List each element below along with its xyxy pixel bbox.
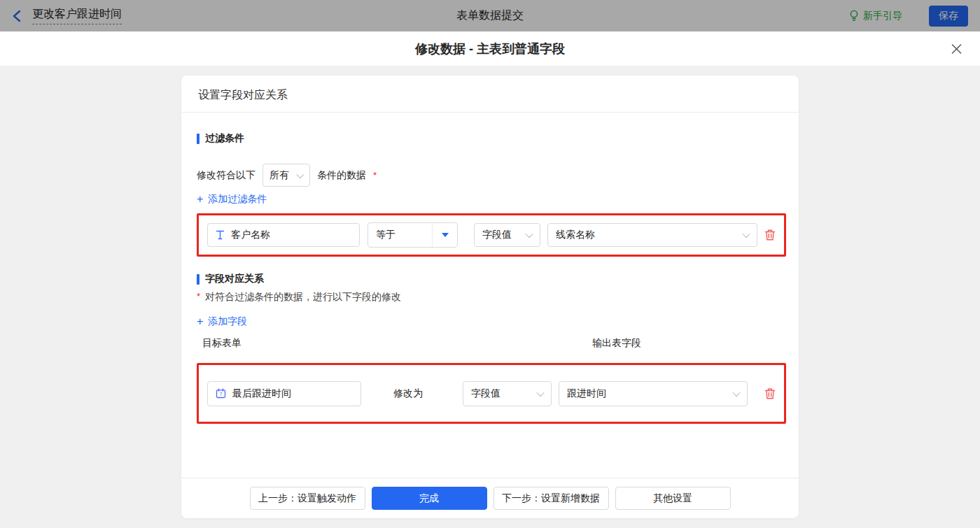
match-mode-value: 所有	[270, 169, 289, 182]
value-type-select[interactable]: 字段值	[474, 223, 540, 247]
prev-step-button[interactable]: 上一步：设置触发动作	[250, 487, 365, 510]
lightbulb-icon	[849, 10, 859, 22]
text-field-icon	[216, 230, 225, 240]
required-mark: *	[197, 291, 200, 301]
plus-icon: +	[197, 194, 203, 205]
trash-icon	[764, 387, 776, 400]
mapping-section-label: 字段对应关系	[205, 273, 264, 285]
dialog-title: 修改数据 - 主表到普通字段	[415, 41, 565, 57]
dialog-header: 修改数据 - 主表到普通字段	[0, 31, 980, 66]
add-filter-condition-link[interactable]: + 添加过滤条件	[197, 193, 267, 206]
chevron-down-icon	[742, 230, 750, 238]
target-field-input[interactable]: 7 最后跟进时间	[207, 381, 361, 406]
match-prefix-label: 修改符合以下	[197, 169, 255, 182]
mapping-description: 对符合过滤条件的数据，进行以下字段的修改	[205, 291, 401, 304]
back-button[interactable]	[12, 10, 22, 22]
filter-section-label: 过滤条件	[205, 132, 244, 145]
delete-filter-row-button[interactable]	[764, 229, 776, 241]
filter-section-title: 过滤条件	[197, 132, 786, 145]
add-field-link[interactable]: + 添加字段	[197, 315, 247, 328]
filter-field-input[interactable]: 客户名称	[207, 223, 360, 247]
save-button[interactable]: 保存	[929, 6, 968, 27]
section-bar	[197, 274, 200, 285]
match-suffix-label: 条件的数据	[317, 169, 366, 182]
chevron-down-icon	[296, 170, 304, 178]
guide-label: 新手引导	[863, 10, 902, 22]
card-footer: 上一步：设置触发动作 完成 下一步：设置新增数据 其他设置	[181, 478, 799, 518]
close-button[interactable]	[951, 43, 962, 54]
modify-to-label: 修改为	[393, 387, 423, 400]
target-form-column-label: 目标表单	[202, 337, 241, 350]
calendar-icon: 7	[216, 388, 226, 399]
filter-value: 线索名称	[556, 229, 595, 241]
other-settings-button[interactable]: 其他设置	[615, 487, 731, 510]
filter-row-highlight-box: 客户名称 等于 字段值 线索名称	[197, 213, 786, 257]
trash-icon	[764, 229, 776, 241]
page-title: 表单数据提交	[0, 8, 980, 23]
card-header-divider	[181, 112, 799, 113]
filter-value-select[interactable]: 线索名称	[547, 223, 757, 247]
mapping-value: 跟进时间	[567, 387, 606, 400]
mapping-value-type: 字段值	[471, 387, 500, 400]
flow-name[interactable]: 更改客户跟进时间	[32, 7, 122, 24]
operator-caret-button[interactable]	[432, 223, 457, 247]
beginner-guide-link[interactable]: 新手引导	[849, 10, 902, 22]
required-mark: *	[373, 170, 377, 180]
operator-select[interactable]: 等于	[368, 222, 458, 248]
mapping-row-highlight-box: 7 最后跟进时间 修改为 字段值 跟进时间	[197, 363, 786, 424]
mapping-value-select[interactable]: 跟进时间	[559, 381, 748, 406]
operator-value: 等于	[368, 223, 432, 247]
mapping-column-headers: 目标表单 输出表字段	[197, 337, 786, 350]
dialog-body: 设置字段对应关系 过滤条件 修改符合以下 所有 条件的数据 * + 添加过滤条件	[0, 76, 980, 528]
done-button[interactable]: 完成	[372, 487, 487, 510]
settings-card: 设置字段对应关系 过滤条件 修改符合以下 所有 条件的数据 * + 添加过滤条件	[181, 76, 799, 518]
card-header-title: 设置字段对应关系	[181, 76, 799, 112]
mapping-section-title: 字段对应关系	[197, 273, 786, 285]
match-condition-row: 修改符合以下 所有 条件的数据 *	[197, 164, 786, 187]
output-field-column-label: 输出表字段	[592, 337, 641, 350]
svg-text:7: 7	[220, 392, 223, 397]
plus-icon: +	[197, 316, 203, 327]
add-filter-label: 添加过滤条件	[208, 193, 267, 206]
chevron-down-icon	[536, 388, 544, 396]
match-mode-select[interactable]: 所有	[262, 164, 310, 187]
triangle-down-icon	[442, 233, 449, 237]
chevron-down-icon	[525, 230, 533, 238]
add-field-label: 添加字段	[208, 315, 247, 328]
section-bar	[197, 134, 200, 144]
mapping-value-type-select[interactable]: 字段值	[463, 381, 552, 406]
modal-dim-overlay	[0, 0, 980, 31]
close-icon	[951, 43, 962, 54]
chevron-left-icon	[12, 10, 22, 22]
next-step-button[interactable]: 下一步：设置新增数据	[493, 487, 609, 510]
target-field-value: 最后跟进时间	[232, 387, 291, 400]
value-type-value: 字段值	[482, 229, 512, 241]
filter-field-value: 客户名称	[231, 229, 270, 241]
mapping-description-row: * 对符合过滤条件的数据，进行以下字段的修改	[197, 291, 786, 304]
top-bar: 更改客户跟进时间 表单数据提交 新手引导 保存	[0, 0, 980, 31]
delete-mapping-row-button[interactable]	[764, 387, 776, 400]
chevron-down-icon	[732, 388, 740, 396]
